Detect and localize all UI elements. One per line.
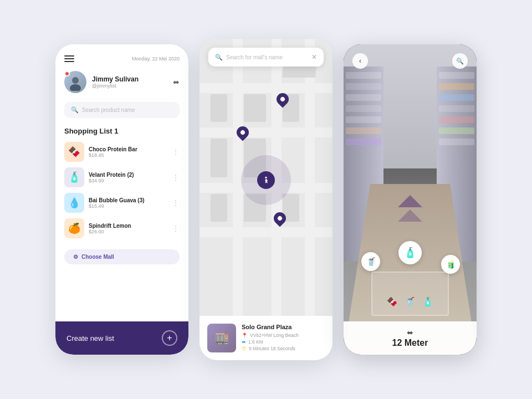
- product-icon-4: 🍊: [64, 218, 84, 238]
- distance-icon-row: ⬌ 12 Meter: [392, 328, 428, 348]
- user-info: Jimmy Sulivan @jimmylist: [64, 71, 139, 93]
- expand-icon[interactable]: ⬌: [173, 78, 180, 86]
- product-item-1: 🍫 Choco Protein Bar $18.45 ⋮: [64, 142, 180, 162]
- distance-panel: ⬌ 12 Meter: [344, 321, 477, 355]
- map-block: [211, 139, 227, 177]
- mall-distance: 1.6 KM: [248, 339, 263, 345]
- product-price-2: $34.99: [89, 178, 167, 183]
- back-button[interactable]: ‹: [352, 53, 368, 69]
- map-area[interactable]: [200, 39, 332, 316]
- time-icon: ⏱: [242, 346, 247, 351]
- product-search-box[interactable]: 🔍 Search product name: [64, 102, 180, 118]
- avatar-online-dot: [64, 71, 70, 76]
- cart-item-1: 🍫: [385, 290, 400, 313]
- mall-address-row: 📍 VV62+HW Long Beach: [242, 332, 299, 338]
- nav-top-bar: ‹ 🔍: [344, 44, 477, 69]
- product-name-3: Bai Bubble Guava (3): [89, 197, 167, 203]
- cart-area: 🧴 🥤 🧃 🍫 🥤 🧴: [366, 272, 454, 316]
- mall-thumbnail: 🏬: [207, 324, 236, 352]
- product-name-1: Choco Protein Bar: [89, 146, 167, 152]
- product-list: 🍫 Choco Protein Bar $18.45 ⋮ 🧴 Velant Pr…: [64, 142, 180, 244]
- walk-icon: [262, 176, 270, 185]
- product-details-2: Velant Protein (2) $34.99: [89, 172, 167, 183]
- mall-distance-row: ⬌ 1.6 KM: [242, 339, 299, 345]
- product-price-1: $18.45: [89, 152, 167, 158]
- product-price-3: $15.49: [89, 203, 167, 209]
- svg-point-2: [265, 177, 267, 178]
- product-item-4: 🍊 Spindrift Lemon $26.00 ⋮: [64, 218, 180, 238]
- search-icon: 🔍: [71, 106, 79, 114]
- create-list-label: Create new list: [66, 334, 114, 342]
- search-icon: 🔍: [215, 54, 223, 61]
- mall-time-row: ⏱ 5 Minutes 18 Seconds: [242, 346, 299, 351]
- navigation-screen: ‹ 🔍 🧴 🥤 🧃 🍫 🥤 🧴: [344, 44, 477, 355]
- product-name-2: Velant Protein (2): [89, 172, 167, 178]
- user-location-dot: [257, 171, 275, 189]
- mall-details: Solo Grand Plaza 📍 VV62+HW Long Beach ⬌ …: [242, 324, 299, 352]
- distance-icon: ⬌: [407, 328, 413, 337]
- choose-mall-icon: ⚙: [73, 254, 78, 260]
- product-price-4: $26.00: [89, 229, 167, 234]
- product-name-4: Spindrift Lemon: [89, 223, 167, 229]
- product-more-icon-1[interactable]: ⋮: [172, 148, 180, 156]
- user-handle: @jimmylist: [92, 83, 139, 89]
- product-item-3: 💧 Bai Bubble Guava (3) $15.49 ⋮: [64, 193, 180, 213]
- product-more-icon-4[interactable]: ⋮: [172, 224, 180, 232]
- product-more-icon-2[interactable]: ⋮: [172, 173, 180, 181]
- svg-point-0: [72, 77, 79, 84]
- product-item-2: 🧴 Velant Protein (2) $34.99 ⋮: [64, 167, 180, 187]
- cart-body: 🍫 🥤 🧴: [371, 272, 449, 316]
- list-title: Shopping List 1: [64, 127, 180, 135]
- choose-mall-label: Choose Mall: [81, 254, 114, 260]
- map-block: [282, 66, 316, 78]
- product-bubble-right: 🧃: [441, 255, 460, 274]
- mall-address: VV62+HW Long Beach: [250, 332, 299, 338]
- product-bubble-left: 🥤: [361, 252, 380, 271]
- user-details: Jimmy Sulivan @jimmylist: [92, 75, 139, 89]
- product-icon-2: 🧴: [64, 167, 84, 187]
- cart-item-2: 🥤: [402, 290, 418, 313]
- product-icon-1: 🍫: [64, 142, 84, 162]
- map-road: [305, 39, 315, 316]
- avatar: [64, 71, 86, 93]
- location-icon: 📍: [242, 332, 248, 338]
- choose-mall-button[interactable]: ⚙ Choose Mall: [64, 249, 180, 264]
- user-name: Jimmy Sulivan: [92, 75, 139, 83]
- map-screen: 🔍 Search for mall's name ✕: [200, 39, 332, 360]
- product-more-icon-3[interactable]: ⋮: [172, 199, 180, 207]
- create-list-button[interactable]: +: [162, 330, 177, 346]
- mall-name: Solo Grand Plaza: [242, 324, 299, 330]
- map-block: [211, 194, 227, 222]
- search-placeholder: Search product name: [82, 107, 135, 113]
- product-icon-3: 💧: [64, 193, 84, 213]
- screen1-header: Monday, 22 Mei 2020: [64, 55, 180, 62]
- map-block: [211, 94, 227, 122]
- map-search-box[interactable]: 🔍 Search for mall's name ✕: [208, 48, 324, 66]
- menu-icon[interactable]: [64, 55, 74, 62]
- product-details-4: Spindrift Lemon $26.00: [89, 223, 167, 234]
- distance-value: 12 Meter: [392, 338, 428, 348]
- product-details-1: Choco Protein Bar $18.45: [89, 146, 167, 158]
- distance-icon: ⬌: [242, 339, 246, 345]
- cart-item-3: 🧴: [420, 290, 436, 313]
- screen1-footer: Create new list +: [55, 321, 188, 355]
- svg-point-1: [70, 84, 81, 91]
- date-label: Monday, 22 Mei 2020: [132, 56, 180, 62]
- close-icon[interactable]: ✕: [311, 53, 317, 61]
- mall-time: 5 Minutes 18 Seconds: [249, 346, 295, 351]
- product-bubble-main: 🧴: [398, 241, 422, 264]
- mall-info-panel: 🏬 Solo Grand Plaza 📍 VV62+HW Long Beach …: [200, 316, 332, 360]
- shopping-list-screen: Monday, 22 Mei 2020 J: [55, 44, 188, 355]
- plus-icon: +: [167, 333, 172, 343]
- user-row: Jimmy Sulivan @jimmylist ⬌: [64, 71, 180, 93]
- map-search-placeholder: Search for mall's name: [226, 54, 308, 60]
- nav-search-button[interactable]: 🔍: [452, 53, 468, 69]
- cart-items: 🍫 🥤 🧴: [385, 290, 436, 313]
- product-details-3: Bai Bubble Guava (3) $15.49: [89, 197, 167, 209]
- map-block: [244, 94, 266, 122]
